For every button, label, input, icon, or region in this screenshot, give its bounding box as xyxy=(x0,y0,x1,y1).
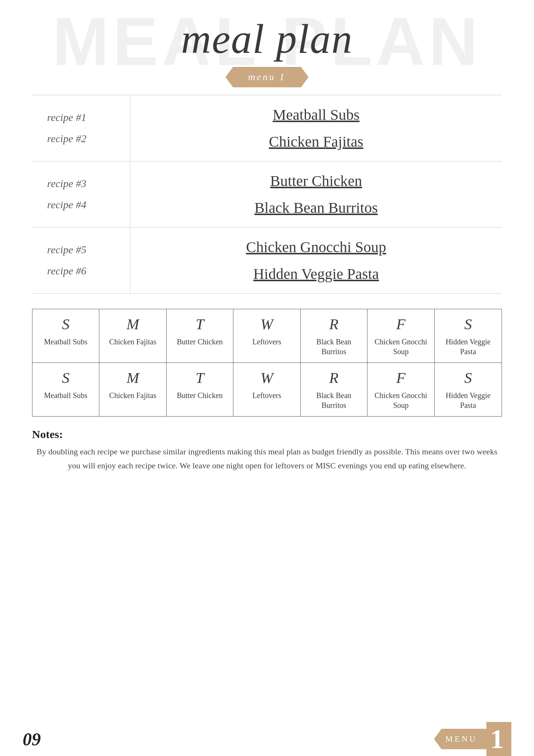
recipe-names: Butter ChickenBlack Bean Burritos xyxy=(130,161,502,227)
meal-name: Chicken Fajitas xyxy=(109,337,156,347)
footer-page-number: 09 xyxy=(23,729,41,750)
notes-body: By doubling each recipe we purchase simi… xyxy=(32,445,502,473)
notes-section: Notes: By doubling each recipe we purcha… xyxy=(32,428,502,473)
recipe-label: recipe #5 xyxy=(47,244,122,256)
meal-name: Hidden Veggie Pasta xyxy=(438,390,499,410)
recipe-name[interactable]: Hidden Veggie Pasta xyxy=(253,265,379,283)
recipe-name[interactable]: Butter Chicken xyxy=(270,172,362,190)
meal-name: Black Bean Burritos xyxy=(304,390,364,410)
meal-name: Chicken Gnocchi Soup xyxy=(370,390,431,410)
schedule-cell: FChicken Gnocchi Soup xyxy=(367,309,434,363)
recipe-label: recipe #6 xyxy=(47,265,122,277)
schedule-cell: MChicken Fajitas xyxy=(99,309,166,363)
meal-name: Butter Chicken xyxy=(177,337,223,347)
day-letter: S xyxy=(62,315,69,333)
recipe-name[interactable]: Chicken Gnocchi Soup xyxy=(246,238,386,256)
meal-name: Chicken Fajitas xyxy=(109,390,156,400)
recipe-label: recipe #4 xyxy=(47,199,122,211)
schedule-cell: TButter Chicken xyxy=(167,309,233,363)
meal-name: Black Bean Burritos xyxy=(304,337,364,356)
notes-heading: Notes: xyxy=(32,428,502,441)
recipe-label: recipe #1 xyxy=(47,112,122,124)
day-letter: T xyxy=(196,315,204,333)
meal-name: Chicken Gnocchi Soup xyxy=(370,337,431,356)
schedule-cell: WLeftovers xyxy=(233,309,300,363)
recipe-group: recipe #3recipe #4Butter ChickenBlack Be… xyxy=(32,161,502,228)
day-letter: F xyxy=(396,315,405,333)
recipe-names: Meatball SubsChicken Fajitas xyxy=(130,95,502,161)
recipe-name[interactable]: Chicken Fajitas xyxy=(269,133,363,150)
schedule-week-1: SMeatball SubsMChicken FajitasTButter Ch… xyxy=(32,309,502,363)
schedule-cell: SMeatball Subs xyxy=(32,309,99,363)
day-letter: F xyxy=(396,369,405,387)
day-letter: M xyxy=(127,369,139,387)
recipe-labels: recipe #1recipe #2 xyxy=(32,95,130,161)
day-letter: M xyxy=(127,315,139,333)
footer: 09 MENU 1 xyxy=(0,722,534,756)
header-script-text: meal plan xyxy=(0,15,534,63)
day-letter: W xyxy=(261,369,273,387)
schedule-cell: TButter Chicken xyxy=(167,363,233,416)
recipe-group: recipe #5recipe #6Chicken Gnocchi SoupHi… xyxy=(32,228,502,294)
recipe-label: recipe #2 xyxy=(47,133,122,145)
recipe-labels: recipe #3recipe #4 xyxy=(32,161,130,227)
menu-banner: menu 1 xyxy=(225,67,309,87)
schedule-week-2: SMeatball SubsMChicken FajitasTButter Ch… xyxy=(32,363,502,416)
schedule-cell: SHidden Veggie Pasta xyxy=(435,363,502,416)
schedule-cell: RBlack Bean Burritos xyxy=(301,309,367,363)
schedule-cell: WLeftovers xyxy=(233,363,300,416)
recipe-name[interactable]: Black Bean Burritos xyxy=(255,199,378,217)
footer-menu-badge: MENU 1 xyxy=(434,722,511,756)
day-letter: W xyxy=(261,315,273,333)
day-letter: R xyxy=(329,369,338,387)
schedule-cell: MChicken Fajitas xyxy=(99,363,166,416)
footer-menu-label: MENU xyxy=(434,729,486,749)
day-letter: S xyxy=(464,369,472,387)
schedule-table: SMeatball SubsMChicken FajitasTButter Ch… xyxy=(32,309,502,417)
meal-name: Meatball Subs xyxy=(44,390,88,400)
day-letter: S xyxy=(464,315,472,333)
meal-name: Leftovers xyxy=(252,337,281,347)
recipe-names: Chicken Gnocchi SoupHidden Veggie Pasta xyxy=(130,228,502,293)
recipe-name[interactable]: Meatball Subs xyxy=(273,106,360,124)
header: MEAL PLAN meal plan xyxy=(0,0,534,67)
schedule-cell: SHidden Veggie Pasta xyxy=(435,309,502,363)
meal-name: Leftovers xyxy=(252,390,281,400)
day-letter: R xyxy=(329,315,338,333)
day-letter: S xyxy=(62,369,69,387)
schedule-cell: SMeatball Subs xyxy=(32,363,99,416)
meal-name: Meatball Subs xyxy=(44,337,88,347)
recipe-section: recipe #1recipe #2Meatball SubsChicken F… xyxy=(32,95,502,294)
meal-name: Hidden Veggie Pasta xyxy=(438,337,499,356)
recipe-label: recipe #3 xyxy=(47,178,122,190)
meal-name: Butter Chicken xyxy=(177,390,223,400)
recipe-labels: recipe #5recipe #6 xyxy=(32,228,130,293)
day-letter: T xyxy=(196,369,204,387)
footer-menu-number: 1 xyxy=(486,722,511,756)
schedule-cell: RBlack Bean Burritos xyxy=(301,363,367,416)
recipe-group: recipe #1recipe #2Meatball SubsChicken F… xyxy=(32,95,502,161)
schedule-cell: FChicken Gnocchi Soup xyxy=(367,363,434,416)
